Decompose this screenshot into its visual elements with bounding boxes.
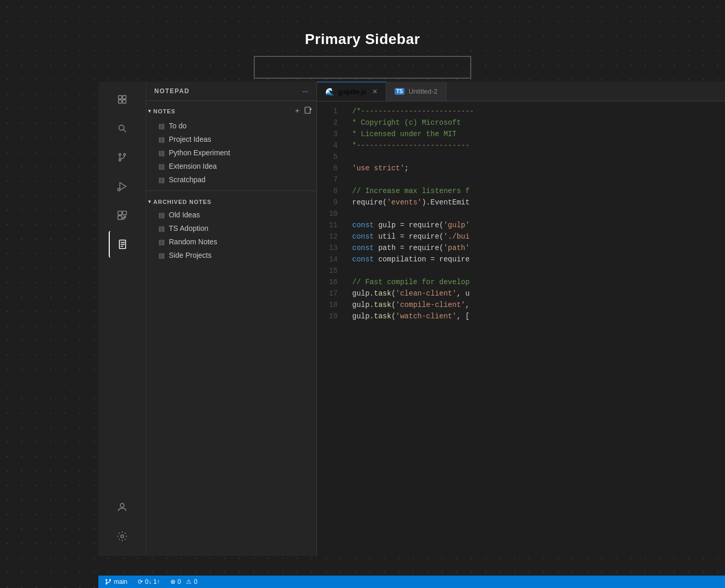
tab-gulpfile[interactable]: 🌊 gulpfile.js ✕ xyxy=(317,82,386,101)
notes-section-actions: ＋ xyxy=(294,106,312,116)
note-item-scratchpad[interactable]: ▤ Scratchpad xyxy=(146,173,316,186)
sidebar-more-options[interactable]: ··· xyxy=(302,87,308,95)
activity-icon-search[interactable] xyxy=(109,115,136,142)
notes-section-header[interactable]: ▾ NOTES ＋ xyxy=(146,103,316,119)
note-label-old-ideas: Old Ideas xyxy=(169,211,200,219)
tab-gulpfile-label: gulpfile.js xyxy=(338,88,366,96)
svg-point-6 xyxy=(119,154,121,156)
error-icon: ⊗ xyxy=(170,578,176,585)
gulp-icon: 🌊 xyxy=(325,87,334,96)
tab-untitled2[interactable]: TS Untitled-2 xyxy=(386,82,446,101)
sidebar-header: NOTEPAD ··· xyxy=(146,82,316,101)
line-numbers: 12345 678910 1112131415 16171819 xyxy=(317,101,344,556)
app-container: Primary Sidebar xyxy=(0,0,725,588)
tab-bar: 🌊 gulpfile.js ✕ TS Untitled-2 xyxy=(317,82,725,101)
add-note-button[interactable]: ＋ xyxy=(294,106,301,116)
svg-rect-11 xyxy=(118,211,121,215)
activity-icon-notepad[interactable] xyxy=(109,231,136,258)
status-errors[interactable]: ⊗ 0 ⚠ 0 xyxy=(170,578,197,585)
archived-list: ▤ Old Ideas ▤ TS Adoption ▤ Random Notes… xyxy=(146,208,316,262)
notes-list: ▤ To do ▤ Project Ideas ▤ Python Experim… xyxy=(146,119,316,186)
code-content: /*-------------------------- * Copyright… xyxy=(344,101,725,556)
note-item-python-experiment[interactable]: ▤ Python Experiment xyxy=(146,146,316,159)
svg-rect-3 xyxy=(122,100,125,103)
code-line-6: 'use strict'; xyxy=(352,163,725,174)
note-icon-extension-idea: ▤ xyxy=(158,163,165,170)
tab-gulpfile-close[interactable]: ✕ xyxy=(372,88,378,95)
note-item-extension-idea[interactable]: ▤ Extension Idea xyxy=(146,159,316,173)
branch-icon xyxy=(105,578,112,585)
header-box xyxy=(254,56,471,79)
sidebar-panel-title: NOTEPAD xyxy=(154,87,190,95)
svg-rect-13 xyxy=(118,216,121,219)
code-line-14: const compilation = require xyxy=(352,254,725,265)
code-line-19: gulp.task('watch-client', [ xyxy=(352,311,725,322)
sidebar-content: ▾ NOTES ＋ xyxy=(146,101,316,556)
notes-section-title: NOTES xyxy=(153,108,176,114)
svg-point-18 xyxy=(120,504,124,507)
archived-chevron-icon: ▾ xyxy=(148,198,151,205)
warning-icon: ⚠ xyxy=(186,578,192,585)
activity-icon-extensions[interactable] xyxy=(109,202,136,229)
code-line-12: const util = require('./bui xyxy=(352,231,725,242)
note-icon-ts-adoption: ▤ xyxy=(158,225,165,232)
svg-point-23 xyxy=(106,579,108,581)
status-branch[interactable]: main xyxy=(105,578,127,585)
note-label-scratchpad: Scratchpad xyxy=(169,175,206,184)
notes-section-title-row: ▾ NOTES xyxy=(148,108,176,114)
note-label-side-projects: Side Projects xyxy=(169,251,211,259)
code-line-17: gulp.task('clean-client', u xyxy=(352,288,725,299)
svg-rect-1 xyxy=(122,96,125,99)
editor-area: 🌊 gulpfile.js ✕ TS Untitled-2 12345 6789… xyxy=(317,82,725,556)
code-line-9: require('events').EventEmit xyxy=(352,197,725,208)
error-count: 0 xyxy=(178,578,181,585)
status-bar: main ⟳ 0↓ 1↑ ⊗ 0 ⚠ 0 xyxy=(98,576,725,588)
code-line-13: const path = require('path' xyxy=(352,242,725,254)
status-sync[interactable]: ⟳ 0↓ 1↑ xyxy=(138,578,160,585)
code-line-11: const gulp = require('gulp' xyxy=(352,219,725,231)
svg-rect-12 xyxy=(122,211,126,215)
header-title: Primary Sidebar xyxy=(305,31,420,48)
code-line-15 xyxy=(352,265,725,276)
note-item-project-ideas[interactable]: ▤ Project Ideas xyxy=(146,133,316,146)
note-label-extension-idea: Extension Idea xyxy=(169,162,217,170)
note-icon-project-ideas: ▤ xyxy=(158,136,165,143)
activity-icon-accounts[interactable] xyxy=(109,494,136,521)
sync-icon: ⟳ xyxy=(138,578,143,585)
code-line-4: *-------------------------- xyxy=(352,140,725,151)
activity-icon-settings[interactable] xyxy=(109,523,136,550)
code-line-18: gulp.task('compile-client', xyxy=(352,299,725,311)
note-label-ts-adoption: TS Adoption xyxy=(169,224,208,232)
sidebar-panel: NOTEPAD ··· ▾ NOTES ＋ xyxy=(146,82,317,556)
archived-section-title: ARCHIVED NOTES xyxy=(153,199,211,205)
ts-icon: TS xyxy=(395,88,404,95)
code-line-1: /*-------------------------- xyxy=(352,106,725,117)
note-item-todo[interactable]: ▤ To do xyxy=(146,119,316,133)
code-area: 12345 678910 1112131415 16171819 /*-----… xyxy=(317,101,725,556)
notes-chevron-icon: ▾ xyxy=(148,108,151,114)
svg-point-7 xyxy=(123,154,125,156)
warning-count: 0 xyxy=(194,578,197,585)
note-icon-scratchpad: ▤ xyxy=(158,176,165,184)
activity-icon-explorer[interactable] xyxy=(109,86,136,113)
note-icon-python-experiment: ▤ xyxy=(158,149,165,157)
note-icon-old-ideas: ▤ xyxy=(158,211,165,219)
svg-point-10 xyxy=(118,188,120,191)
note-item-ts-adoption[interactable]: ▤ TS Adoption xyxy=(146,222,316,235)
svg-rect-20 xyxy=(305,107,310,113)
activity-icon-run-debug[interactable] xyxy=(109,173,136,200)
tab-untitled2-label: Untitled-2 xyxy=(409,87,438,95)
archived-section-header[interactable]: ▾ ARCHIVED NOTES xyxy=(146,195,316,208)
activity-icon-source-control[interactable] xyxy=(109,144,136,171)
note-item-side-projects[interactable]: ▤ Side Projects xyxy=(146,248,316,262)
sidebar-header-actions: ··· xyxy=(302,87,308,95)
activity-bar-bottom xyxy=(109,494,136,556)
code-line-3: * Licensed under the MIT xyxy=(352,128,725,140)
note-label-python-experiment: Python Experiment xyxy=(169,149,230,157)
code-line-5 xyxy=(352,151,725,163)
new-notebook-button[interactable] xyxy=(304,106,312,116)
note-item-random-notes[interactable]: ▤ Random Notes xyxy=(146,235,316,248)
archived-section-title-row: ▾ ARCHIVED NOTES xyxy=(148,198,211,205)
code-line-2: * Copyright (c) Microsoft xyxy=(352,117,725,128)
note-item-old-ideas[interactable]: ▤ Old Ideas xyxy=(146,208,316,222)
